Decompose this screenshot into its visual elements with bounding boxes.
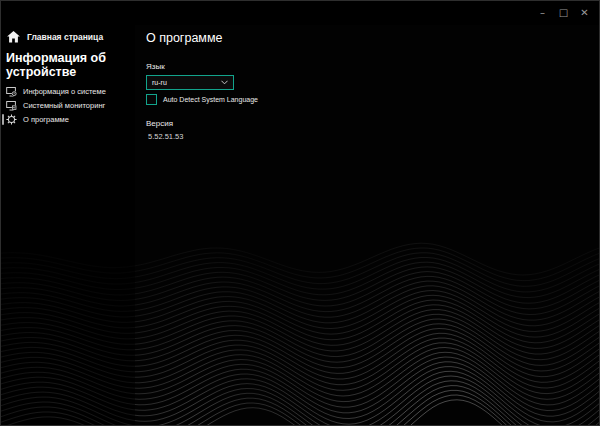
version-value: 5.52.51.53 [146, 132, 599, 141]
active-item-indicator [2, 114, 4, 125]
auto-detect-checkbox[interactable] [146, 94, 157, 105]
sidebar-item-system-info[interactable]: Информация о системе [1, 85, 135, 98]
sidebar-item-label: Информация о системе [23, 87, 106, 96]
system-monitoring-icon [6, 101, 17, 111]
sidebar-item-label: О программе [23, 115, 69, 124]
version-label: Версия [146, 119, 599, 128]
about-page: О программе Язык ru-ru Auto Detect Syste… [146, 25, 599, 141]
auto-detect-label: Auto Detect System Language [163, 96, 258, 103]
system-info-icon [6, 87, 17, 97]
sidebar-section-title: Информация об устройстве [1, 48, 135, 85]
sidebar-home-label: Главная страница [27, 32, 103, 42]
window-controls: – □ ✕ [532, 1, 595, 25]
home-icon [7, 31, 20, 43]
sidebar-nav: Информация о системе Системный мониторин… [1, 85, 135, 126]
close-button[interactable]: ✕ [574, 3, 595, 23]
sidebar: Главная страница Информация об устройств… [1, 25, 135, 127]
page-title: О программе [146, 31, 599, 45]
auto-detect-row: Auto Detect System Language [146, 94, 599, 105]
gear-icon [6, 114, 17, 125]
sidebar-item-label: Системный мониторинг [23, 101, 105, 110]
sidebar-item-home[interactable]: Главная страница [1, 25, 135, 48]
maximize-button[interactable]: □ [553, 3, 574, 23]
sidebar-item-system-monitoring[interactable]: Системный мониторинг [1, 99, 135, 112]
sidebar-item-about[interactable]: О программе [1, 113, 135, 126]
minimize-button[interactable]: – [532, 3, 553, 23]
titlebar[interactable]: – □ ✕ [1, 1, 599, 25]
chevron-down-icon [221, 80, 228, 85]
app-window: – □ ✕ Главная страница Информация об уст… [0, 0, 600, 426]
language-dropdown-value: ru-ru [152, 79, 167, 86]
language-label: Язык [146, 62, 599, 71]
language-dropdown[interactable]: ru-ru [146, 75, 234, 90]
